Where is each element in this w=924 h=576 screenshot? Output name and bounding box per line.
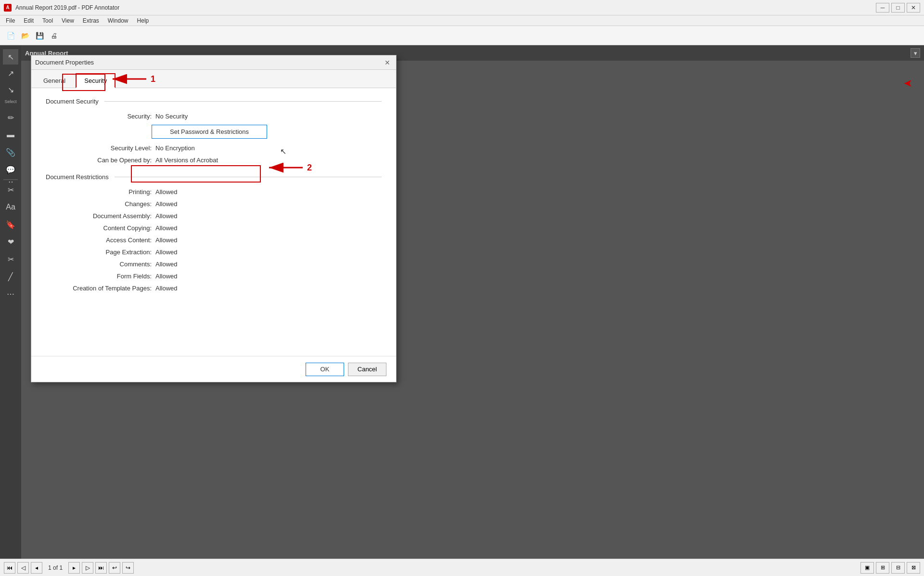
tab-security[interactable]: Security: [76, 73, 116, 88]
form-fields-row: Form Fields: Allowed: [46, 273, 382, 280]
menu-help[interactable]: Help: [133, 16, 153, 25]
window-controls: ─ □ ✕: [876, 3, 920, 13]
document-assembly-label: Document Assembly:: [65, 212, 152, 220]
title-bar: A Annual Report 2019.pdf - PDF Annotator…: [0, 0, 924, 15]
printing-value: Allowed: [155, 188, 178, 196]
set-password-row: Set Password & Restrictions: [46, 125, 382, 139]
comments-label: Comments:: [65, 261, 152, 268]
pen-tool-button[interactable]: ✏: [3, 110, 18, 125]
set-password-button[interactable]: Set Password & Restrictions: [152, 125, 267, 139]
select-area-button[interactable]: ↘: [3, 82, 18, 97]
nav-prev-button[interactable]: ◁: [17, 562, 29, 574]
restore-button[interactable]: □: [891, 3, 905, 13]
comments-row: Comments: Allowed: [46, 261, 382, 268]
page-current: 1: [48, 564, 51, 571]
view-grid-button[interactable]: ⊟: [891, 562, 905, 574]
toolbar-group-file: 📄 📂 💾 🖨: [4, 29, 61, 42]
shape-button[interactable]: ❤: [3, 234, 18, 249]
open-button[interactable]: 📂: [18, 29, 32, 42]
security-level-label: Security Level:: [65, 144, 152, 152]
content-copying-value: Allowed: [155, 224, 178, 232]
printing-row: Printing: Allowed: [46, 188, 382, 196]
opened-by-value: All Versions of Acrobat: [155, 157, 218, 164]
section-divider: [104, 101, 382, 102]
security-field-row: Security: No Security: [46, 113, 382, 120]
text-button[interactable]: Aa: [3, 199, 18, 215]
restrictions-section-divider: [115, 177, 382, 177]
menu-view[interactable]: View: [58, 16, 78, 25]
nav-last-button[interactable]: ⏭: [95, 562, 107, 574]
eraser-button[interactable]: ✂: [3, 251, 18, 267]
nav-forward-button[interactable]: ↪: [122, 562, 134, 574]
comments-value: Allowed: [155, 261, 178, 268]
app-icon: A: [4, 4, 12, 12]
more-button[interactable]: ⋯: [3, 286, 18, 301]
changes-row: Changes: Allowed: [46, 200, 382, 208]
close-button[interactable]: ✕: [907, 3, 920, 13]
form-fields-label: Form Fields:: [65, 273, 152, 280]
dialog-close-button[interactable]: ✕: [383, 58, 392, 67]
nav-controls: ⏮ ◁ ◂ 1 of 1 ▸ ▷ ⏭ ↩ ↪: [4, 562, 134, 574]
tab-general[interactable]: General: [35, 73, 74, 88]
nav-first-button[interactable]: ⏮: [4, 562, 15, 574]
access-content-row: Access Content: Allowed: [46, 236, 382, 244]
view-mode-controls: ▣ ⊞ ⊟ ⊠: [860, 562, 920, 574]
view-thumbnails-button[interactable]: ⊠: [907, 562, 920, 574]
select-arrow-button[interactable]: ↖: [3, 49, 18, 65]
template-pages-row: Creation of Template Pages: Allowed: [46, 285, 382, 292]
document-restrictions-label: Document Restrictions: [46, 173, 109, 181]
template-pages-label: Creation of Template Pages:: [65, 285, 152, 292]
document-security-label: Document Security: [46, 98, 99, 105]
menu-window[interactable]: Window: [104, 16, 132, 25]
page-total: 1: [59, 564, 63, 571]
content-copying-label: Content Copying:: [65, 224, 152, 232]
view-double-button[interactable]: ⊞: [876, 562, 889, 574]
document-assembly-row: Document Assembly: Allowed: [46, 212, 382, 220]
page-indicator: 1 of 1: [44, 564, 66, 571]
access-content-value: Allowed: [155, 236, 178, 244]
crop-button[interactable]: ✂: [3, 182, 18, 197]
attachment-button[interactable]: 📎: [3, 144, 18, 160]
document-assembly-value: Allowed: [155, 212, 178, 220]
page-extraction-value: Allowed: [155, 249, 178, 256]
document-restrictions-section: Document Restrictions: [46, 173, 382, 181]
minimize-button[interactable]: ─: [876, 3, 889, 13]
opened-by-row: Can be Opened by: All Versions of Acroba…: [46, 157, 382, 164]
ok-button[interactable]: OK: [306, 363, 344, 376]
dialog-title-bar: Document Properties ✕: [31, 55, 396, 70]
security-level-row: Security Level: No Encryption: [46, 144, 382, 152]
stamp-button[interactable]: 🔖: [3, 217, 18, 232]
security-label: Security:: [65, 113, 152, 120]
select-tool-group: ↖ ↗ ↘ Select: [3, 49, 18, 104]
menu-extras[interactable]: Extras: [79, 16, 103, 25]
tab-bar: General Security: [31, 70, 396, 88]
menu-tool[interactable]: Tool: [38, 16, 57, 25]
security-value: No Security: [155, 113, 188, 120]
left-sidebar: ↖ ↗ ↘ Select ✏ ▬ 📎 💬 ‥ ✂ Aa 🔖 ❤ ✂ ╱ ⋯: [0, 45, 21, 559]
security-level-value: No Encryption: [155, 144, 195, 152]
new-button[interactable]: 📄: [4, 29, 17, 42]
save-button[interactable]: 💾: [33, 29, 46, 42]
app-window: A Annual Report 2019.pdf - PDF Annotator…: [0, 0, 924, 576]
menu-file[interactable]: File: [2, 16, 19, 25]
page-extraction-label: Page Extraction:: [65, 249, 152, 256]
print-button[interactable]: 🖨: [47, 29, 61, 42]
view-single-button[interactable]: ▣: [860, 562, 874, 574]
line-button[interactable]: ╱: [3, 269, 18, 284]
dialog-content: Document Security Security: No Security …: [31, 88, 396, 306]
document-security-section: Document Security: [46, 98, 382, 105]
nav-next-small-button[interactable]: ▸: [68, 562, 80, 574]
form-fields-value: Allowed: [155, 273, 178, 280]
dialog-overlay: Document Properties ✕ General Security D…: [21, 45, 924, 559]
nav-next-button[interactable]: ▷: [82, 562, 93, 574]
select-text-button[interactable]: ↗: [3, 65, 18, 81]
access-content-label: Access Content:: [65, 236, 152, 244]
highlight-button[interactable]: ▬: [3, 127, 18, 143]
menu-edit[interactable]: Edit: [20, 16, 38, 25]
cancel-button[interactable]: Cancel: [348, 363, 386, 376]
template-pages-value: Allowed: [155, 285, 178, 292]
changes-value: Allowed: [155, 200, 178, 208]
page-extraction-row: Page Extraction: Allowed: [46, 249, 382, 256]
nav-back-button[interactable]: ↩: [109, 562, 120, 574]
nav-prev-small-button[interactable]: ◂: [31, 562, 42, 574]
